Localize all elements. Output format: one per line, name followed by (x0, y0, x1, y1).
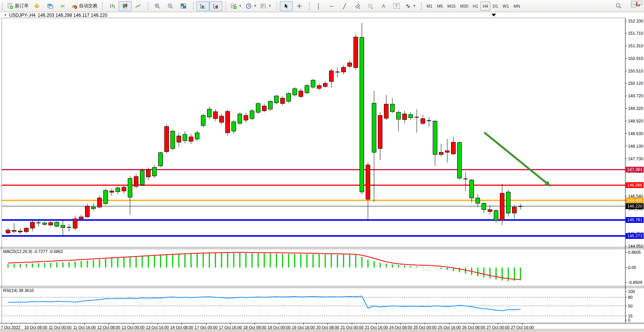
svg-text:146.886: 146.886 (627, 183, 642, 187)
zoom-out-button[interactable] (164, 1, 177, 11)
toolbar-drag-handle[interactable] (309, 2, 312, 10)
svg-text:147.381: 147.381 (627, 167, 642, 172)
cursor-button[interactable] (280, 1, 293, 11)
vertical-line-tool-button[interactable]: │ (312, 1, 325, 11)
svg-text:MACD(12,26,9) -0.7277 -0.6862: MACD(12,26,9) -0.7277 -0.6862 (3, 249, 63, 254)
zoom-in-icon (154, 3, 161, 9)
svg-text:50: 50 (628, 304, 633, 308)
arrows-tool-button[interactable]: ▼ (403, 1, 418, 11)
timeframe-button-M30[interactable]: M30 (458, 2, 471, 11)
chevron-down-icon: ▼ (254, 4, 257, 8)
svg-text:0.8605: 0.8605 (628, 250, 641, 255)
timeframe-button-H1[interactable]: H1 (471, 2, 480, 11)
timeframe-button-M15[interactable]: M15 (445, 2, 458, 11)
bar-chart-type-button[interactable] (106, 1, 119, 11)
toolbar-drag-handle[interactable] (148, 2, 150, 10)
window-button[interactable] (631, 1, 636, 5)
zoom-in-button[interactable] (151, 1, 164, 11)
text-tool-button[interactable]: A (377, 1, 390, 11)
svg-text:150.910: 150.910 (628, 56, 643, 61)
chevron-down-icon: ▼ (268, 4, 271, 8)
crosshair-icon (296, 3, 302, 9)
svg-text:145.781: 145.781 (627, 218, 642, 222)
svg-text:-0.8509: -0.8509 (628, 280, 642, 285)
search-button[interactable] (612, 1, 625, 11)
trendline-icon: ╱ (342, 3, 348, 9)
svg-text:148.130: 148.130 (628, 144, 643, 148)
tile-windows-button[interactable] (177, 1, 190, 11)
signals-button[interactable] (56, 1, 69, 11)
svg-text:146.405: 146.405 (627, 198, 642, 203)
fibonacci-icon: F (368, 3, 374, 9)
svg-text:F: F (371, 7, 373, 9)
window-button[interactable] (637, 1, 642, 5)
channel-icon: E (355, 3, 361, 9)
candlestick-icon (122, 3, 128, 9)
line-chart-icon (135, 3, 141, 9)
svg-text:148.530: 148.530 (628, 131, 643, 136)
svg-text:0: 0 (628, 318, 630, 322)
timeframe-group: M1M5M15M30H1H4D1W1MN (419, 0, 524, 12)
svg-text:RSI(14) 38.3610: RSI(14) 38.3610 (3, 288, 34, 293)
channel-tool-button[interactable]: E (351, 1, 364, 11)
fibonacci-tool-button[interactable]: F (364, 1, 377, 11)
horizontal-line-tool-button[interactable]: ─ (325, 1, 338, 11)
chart-title-bar[interactable]: ▼ USDJPY-,H4 146.203 146.298 146.117 146… (2, 13, 109, 18)
autotrading-button[interactable]: 自动交易 (69, 1, 99, 11)
search-icon (615, 3, 622, 9)
shift-chart-button[interactable] (209, 1, 222, 11)
toolbar-drag-handle[interactable] (421, 2, 424, 10)
metaeditor-button[interactable] (31, 1, 43, 11)
tile-windows-icon (180, 3, 186, 9)
templates-icon (260, 3, 267, 9)
svg-text:150.120: 150.120 (628, 81, 643, 85)
autoscroll-icon (200, 3, 206, 9)
timeframe-button-H4[interactable]: H4 (480, 2, 490, 11)
text-label-tool-button[interactable]: T (390, 1, 403, 11)
svg-text:E: E (359, 7, 360, 9)
svg-text:145.273: 145.273 (627, 234, 642, 238)
svg-text:151.310: 151.310 (628, 44, 643, 48)
trendline-tool-button[interactable]: ╱ (338, 1, 351, 11)
svg-text:147.730: 147.730 (628, 156, 643, 161)
timeframe-button-M1[interactable]: M1 (424, 2, 435, 11)
candlestick-chart-type-button[interactable] (119, 1, 132, 11)
shift-chart-icon (213, 3, 219, 9)
svg-text:15: 15 (628, 314, 633, 318)
indicators-button[interactable]: ▼ (229, 1, 244, 11)
charts-window-button[interactable] (43, 1, 56, 11)
timeframe-button-MN[interactable]: MN (511, 2, 522, 11)
toolbar-drag-handle[interactable] (102, 2, 105, 10)
text-label-icon: T (393, 3, 400, 9)
bar-chart-icon (109, 3, 115, 9)
toolbar-drag-handle[interactable] (2, 2, 5, 10)
templates-button[interactable]: ▼ (259, 1, 273, 11)
zoom-out-icon (167, 3, 173, 9)
toolbar-drag-handle[interactable] (193, 2, 196, 10)
autotrading-icon (71, 3, 77, 9)
text-icon: A (381, 3, 387, 9)
crosshair-button[interactable] (293, 1, 306, 11)
timeframe-button-D1[interactable]: D1 (490, 2, 500, 11)
hline-icon: ─ (329, 3, 335, 9)
timeframe-button-W1[interactable]: W1 (500, 2, 511, 11)
new-order-button[interactable]: 新订单 (5, 1, 31, 11)
toolbar-drag-handle[interactable] (225, 2, 228, 10)
metaeditor-icon (34, 3, 40, 9)
main-toolbar: 新订单 自动交易 (0, 0, 644, 12)
svg-text:152.100: 152.100 (628, 19, 643, 23)
chevron-down-icon: ▼ (413, 4, 416, 8)
line-chart-type-button[interactable] (132, 1, 145, 11)
timeframe-button-M5[interactable]: M5 (435, 2, 445, 11)
chart-canvas[interactable]: MACD(12,26,9) -0.7277 -0.6862RSI(14) 38.… (0, 12, 644, 332)
chart-symbol-period: USDJPY-,H4 (9, 13, 35, 18)
toolbar-drag-handle[interactable] (276, 2, 279, 10)
mt4-window: 新订单 自动交易 (0, 0, 644, 332)
svg-text:144.950: 144.950 (628, 244, 643, 248)
autoscroll-button[interactable] (196, 1, 209, 11)
svg-text:0.00: 0.00 (628, 265, 636, 270)
autotrading-label: 自动交易 (79, 3, 97, 9)
periods-button[interactable]: ▼ (244, 1, 259, 11)
new-order-label: 新订单 (15, 3, 29, 9)
periods-clock-icon (246, 3, 252, 9)
